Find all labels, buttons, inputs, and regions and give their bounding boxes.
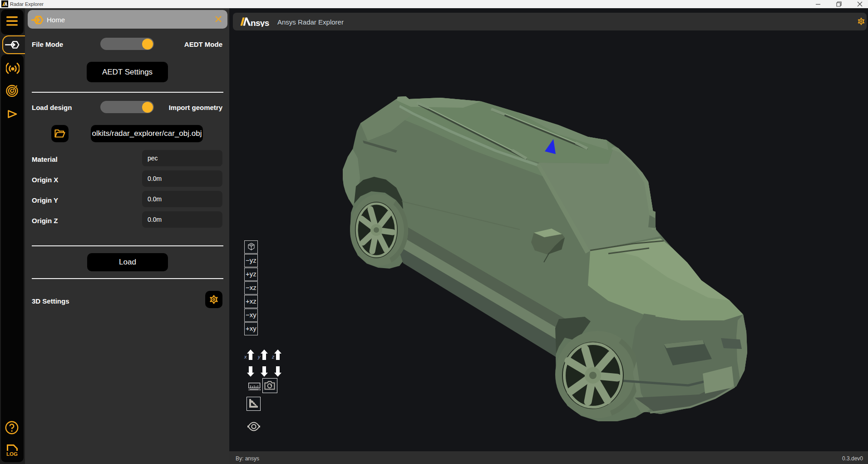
- svg-text:z: z: [271, 354, 275, 359]
- svg-text:y: y: [257, 354, 261, 359]
- svg-text:nsys: nsys: [251, 18, 269, 27]
- svg-text:x: x: [244, 354, 247, 359]
- svg-text:LOG: LOG: [6, 451, 18, 456]
